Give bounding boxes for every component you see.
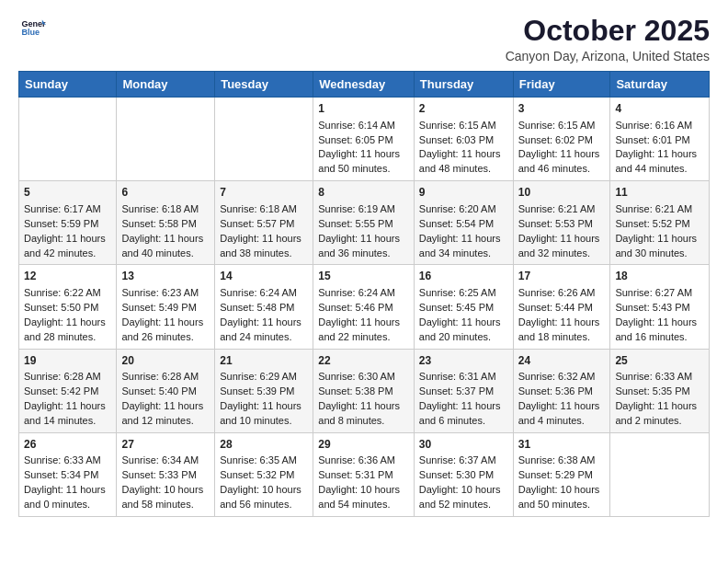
day-number: 17 xyxy=(518,269,606,284)
day-number: 9 xyxy=(419,185,508,201)
day-cell: 19Sunrise: 6:28 AMSunset: 5:42 PMDayligh… xyxy=(19,349,117,432)
day-number: 10 xyxy=(518,185,606,201)
day-cell: 7Sunrise: 6:18 AMSunset: 5:57 PMDaylight… xyxy=(215,181,313,265)
week-row-2: 5Sunrise: 6:17 AMSunset: 5:59 PMDaylight… xyxy=(19,181,710,265)
day-cell: 5Sunrise: 6:17 AMSunset: 5:59 PMDaylight… xyxy=(19,181,117,265)
col-header-thursday: Thursday xyxy=(414,72,513,98)
day-cell xyxy=(215,98,313,181)
day-number: 22 xyxy=(318,353,409,369)
day-cell xyxy=(610,432,710,516)
calendar-table: SundayMondayTuesdayWednesdayThursdayFrid… xyxy=(18,71,710,517)
day-number: 23 xyxy=(419,353,508,369)
day-number: 29 xyxy=(318,437,409,453)
day-number: 13 xyxy=(121,269,210,284)
day-number: 2 xyxy=(419,101,508,117)
day-number: 5 xyxy=(24,185,111,201)
day-cell: 29Sunrise: 6:36 AMSunset: 5:31 PMDayligh… xyxy=(313,432,415,516)
day-cell: 23Sunrise: 6:31 AMSunset: 5:37 PMDayligh… xyxy=(414,349,513,432)
day-cell: 12Sunrise: 6:22 AMSunset: 5:50 PMDayligh… xyxy=(19,265,117,349)
week-row-1: 1Sunrise: 6:14 AMSunset: 6:05 PMDaylight… xyxy=(19,98,710,181)
day-number: 7 xyxy=(220,185,308,201)
day-cell: 16Sunrise: 6:25 AMSunset: 5:45 PMDayligh… xyxy=(414,265,513,349)
day-number: 15 xyxy=(318,269,409,284)
day-number: 26 xyxy=(24,437,111,453)
day-cell: 4Sunrise: 6:16 AMSunset: 6:01 PMDaylight… xyxy=(610,98,710,181)
day-number: 4 xyxy=(615,101,704,117)
col-header-sunday: Sunday xyxy=(19,72,117,98)
day-number: 30 xyxy=(419,437,508,453)
day-cell: 21Sunrise: 6:29 AMSunset: 5:39 PMDayligh… xyxy=(215,349,313,432)
day-cell: 31Sunrise: 6:38 AMSunset: 5:29 PMDayligh… xyxy=(513,432,610,516)
day-cell: 27Sunrise: 6:34 AMSunset: 5:33 PMDayligh… xyxy=(117,432,215,516)
svg-text:Blue: Blue xyxy=(21,28,40,37)
col-header-monday: Monday xyxy=(117,72,215,98)
header-row: SundayMondayTuesdayWednesdayThursdayFrid… xyxy=(19,72,710,98)
col-header-friday: Friday xyxy=(513,72,610,98)
col-header-tuesday: Tuesday xyxy=(215,72,313,98)
day-cell: 3Sunrise: 6:15 AMSunset: 6:02 PMDaylight… xyxy=(513,98,610,181)
day-number: 11 xyxy=(615,185,704,201)
title-block: October 2025 Canyon Day, Arizona, United… xyxy=(506,15,710,63)
day-cell: 6Sunrise: 6:18 AMSunset: 5:58 PMDaylight… xyxy=(117,181,215,265)
day-cell: 25Sunrise: 6:33 AMSunset: 5:35 PMDayligh… xyxy=(610,349,710,432)
day-cell: 20Sunrise: 6:28 AMSunset: 5:40 PMDayligh… xyxy=(117,349,215,432)
day-cell: 17Sunrise: 6:26 AMSunset: 5:44 PMDayligh… xyxy=(513,265,610,349)
day-number: 21 xyxy=(220,353,308,369)
day-cell: 30Sunrise: 6:37 AMSunset: 5:30 PMDayligh… xyxy=(414,432,513,516)
week-row-3: 12Sunrise: 6:22 AMSunset: 5:50 PMDayligh… xyxy=(19,265,710,349)
day-number: 31 xyxy=(518,437,606,453)
logo-icon: General Blue xyxy=(20,15,46,40)
day-cell xyxy=(19,98,117,181)
day-number: 1 xyxy=(318,101,409,117)
page-container: General Blue October 2025 Canyon Day, Ar… xyxy=(0,0,728,528)
day-number: 20 xyxy=(121,353,210,369)
day-cell: 14Sunrise: 6:24 AMSunset: 5:48 PMDayligh… xyxy=(215,265,313,349)
col-header-wednesday: Wednesday xyxy=(313,72,415,98)
day-cell: 9Sunrise: 6:20 AMSunset: 5:54 PMDaylight… xyxy=(414,181,513,265)
day-number: 19 xyxy=(24,353,111,369)
day-number: 12 xyxy=(24,269,111,284)
day-number: 8 xyxy=(318,185,409,201)
header: General Blue October 2025 Canyon Day, Ar… xyxy=(18,15,710,63)
month-title: October 2025 xyxy=(506,15,710,47)
day-cell: 28Sunrise: 6:35 AMSunset: 5:32 PMDayligh… xyxy=(215,432,313,516)
day-cell: 1Sunrise: 6:14 AMSunset: 6:05 PMDaylight… xyxy=(313,98,415,181)
day-number: 6 xyxy=(121,185,210,201)
day-cell: 26Sunrise: 6:33 AMSunset: 5:34 PMDayligh… xyxy=(19,432,117,516)
day-number: 3 xyxy=(518,101,606,117)
day-number: 18 xyxy=(615,269,704,284)
day-cell: 10Sunrise: 6:21 AMSunset: 5:53 PMDayligh… xyxy=(513,181,610,265)
day-number: 24 xyxy=(518,353,606,369)
location-subtitle: Canyon Day, Arizona, United States xyxy=(506,49,710,63)
week-row-5: 26Sunrise: 6:33 AMSunset: 5:34 PMDayligh… xyxy=(19,432,710,516)
day-number: 16 xyxy=(419,269,508,284)
day-cell: 13Sunrise: 6:23 AMSunset: 5:49 PMDayligh… xyxy=(117,265,215,349)
week-row-4: 19Sunrise: 6:28 AMSunset: 5:42 PMDayligh… xyxy=(19,349,710,432)
day-cell xyxy=(117,98,215,181)
day-cell: 11Sunrise: 6:21 AMSunset: 5:52 PMDayligh… xyxy=(610,181,710,265)
day-cell: 8Sunrise: 6:19 AMSunset: 5:55 PMDaylight… xyxy=(313,181,415,265)
day-cell: 18Sunrise: 6:27 AMSunset: 5:43 PMDayligh… xyxy=(610,265,710,349)
day-number: 14 xyxy=(220,269,308,284)
day-cell: 24Sunrise: 6:32 AMSunset: 5:36 PMDayligh… xyxy=(513,349,610,432)
logo: General Blue xyxy=(18,15,46,44)
day-number: 27 xyxy=(121,437,210,453)
col-header-saturday: Saturday xyxy=(610,72,710,98)
day-cell: 2Sunrise: 6:15 AMSunset: 6:03 PMDaylight… xyxy=(414,98,513,181)
day-number: 25 xyxy=(615,353,704,369)
day-cell: 15Sunrise: 6:24 AMSunset: 5:46 PMDayligh… xyxy=(313,265,415,349)
day-cell: 22Sunrise: 6:30 AMSunset: 5:38 PMDayligh… xyxy=(313,349,415,432)
day-number: 28 xyxy=(220,437,308,453)
